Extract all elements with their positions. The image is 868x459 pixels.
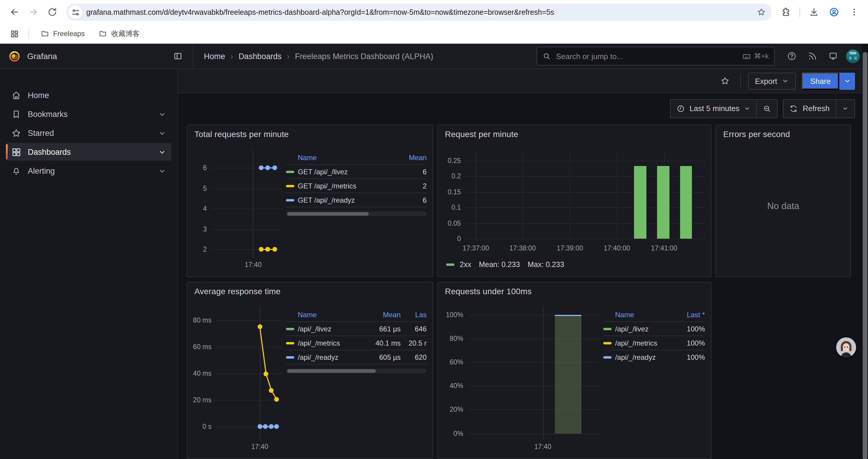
legend-header-last[interactable]: Last * — [678, 310, 705, 319]
legend-row[interactable]: GET /api/_/metrics 2 — [286, 179, 427, 193]
user-avatar[interactable] — [846, 49, 860, 63]
request-per-minute-chart: 0.250.20.150.10.05017:37:0017:38:0017:39… — [444, 141, 705, 255]
address-bar[interactable]: grafana.mathmast.com/d/deytv4rwavabkb/fr… — [66, 4, 772, 21]
legend-scrollbar[interactable] — [286, 369, 427, 373]
back-icon[interactable] — [6, 4, 23, 21]
assistant-avatar-widget[interactable] — [836, 337, 856, 357]
chevron-down-icon[interactable] — [158, 110, 166, 118]
download-icon[interactable] — [805, 4, 822, 21]
series-last: 620 — [404, 353, 427, 361]
share-button[interactable]: Share — [802, 72, 839, 90]
legend-scrollbar[interactable] — [286, 211, 427, 216]
legend-scrollbar-thumb[interactable] — [287, 369, 376, 373]
y-tick-label: 0 s — [203, 423, 212, 431]
series-name[interactable]: /api/_/metrics — [615, 339, 674, 347]
page-scrollbar[interactable] — [862, 44, 868, 459]
series-name[interactable]: GET /api/_/livez — [298, 167, 396, 176]
apps-grid-icon[interactable] — [7, 27, 21, 41]
legend-scrollbar-thumb[interactable] — [287, 212, 369, 216]
sidebar-item-home[interactable]: Home — [6, 86, 172, 104]
legend-row[interactable]: /api/_/livez 100% — [603, 322, 705, 336]
breadcrumb-dashboards[interactable]: Dashboards — [239, 52, 282, 61]
search-input-wrap[interactable]: ⌘+k — [536, 47, 775, 66]
series-mean: 40.1 ms — [366, 339, 401, 347]
y-tick-label: 3 — [203, 225, 207, 233]
profile-icon[interactable] — [826, 4, 842, 21]
sidebar-item-bookmarks[interactable]: Bookmarks — [6, 105, 172, 123]
zoom-out-button[interactable] — [756, 100, 777, 117]
series-name[interactable]: /api/_/livez — [298, 325, 363, 333]
monitor-icon[interactable] — [826, 48, 841, 64]
bookmark-star-icon[interactable] — [754, 5, 768, 19]
y-tick-label: 20 ms — [193, 396, 212, 404]
site-settings-icon[interactable] — [68, 5, 82, 19]
refresh-interval-caret[interactable] — [836, 100, 855, 117]
legend-row[interactable]: GET /api/_/readyz 6 — [286, 193, 427, 207]
url-text[interactable]: grafana.mathmast.com/d/deytv4rwavabkb/fr… — [86, 8, 754, 16]
panel-row-1: Total requests per minute 6543217:40 Nam… — [187, 125, 868, 277]
series-name[interactable]: GET /api/_/metrics — [298, 182, 396, 190]
sidebar-item-alerting[interactable]: Alerting — [6, 162, 172, 179]
search-input[interactable] — [555, 51, 738, 61]
sidebar-toggle-icon[interactable] — [170, 48, 186, 64]
refresh-icon — [790, 104, 798, 112]
export-button[interactable]: Export — [748, 72, 796, 90]
series-mean: 605 µs — [366, 353, 401, 361]
panel-title[interactable]: Total requests per minute — [194, 129, 427, 139]
series-color-pill — [603, 328, 612, 330]
series-name[interactable]: /api/_/metrics — [298, 339, 363, 347]
legend-row[interactable]: GET /api/_/livez 6 — [286, 165, 427, 179]
legend-header-mean[interactable]: Mean — [399, 153, 427, 162]
legend-header: Name Last * — [603, 308, 705, 322]
legend-header: Name Mean Las — [286, 308, 427, 322]
series-name[interactable]: /api/_/readyz — [615, 353, 674, 361]
page-scrollbar-thumb[interactable] — [863, 52, 867, 459]
series-name[interactable]: GET /api/_/readyz — [298, 196, 396, 204]
legend-header-name[interactable]: Name — [286, 310, 363, 319]
legend-header-name[interactable]: Name — [603, 310, 674, 319]
menu-kebab-icon[interactable] — [845, 4, 862, 21]
legend-inline[interactable]: 2xx Mean: 0.233 Max: 0.233 — [444, 258, 705, 271]
series-name[interactable]: /api/_/readyz — [298, 353, 363, 361]
legend-header-last[interactable]: Las — [404, 310, 427, 319]
extensions-icon[interactable] — [778, 4, 794, 21]
legend-header-mean[interactable]: Mean — [366, 310, 401, 319]
sidebar-item-starred[interactable]: Starred — [6, 124, 172, 142]
legend-row[interactable]: /api/_/metrics 40.1 ms 20.5 r — [286, 336, 427, 350]
legend-row[interactable]: /api/_/readyz 100% — [603, 350, 705, 364]
legend-row[interactable]: /api/_/readyz 605 µs 620 — [286, 350, 427, 364]
panel-total-requests: Total requests per minute 6543217:40 Nam… — [187, 125, 433, 277]
panel-title[interactable]: Errors per second — [723, 129, 844, 139]
total-requests-chart: 6543217:40 — [193, 141, 282, 271]
series-color-pill — [286, 356, 294, 358]
reload-icon[interactable] — [44, 4, 60, 21]
panel-title[interactable]: Request per minute — [445, 129, 705, 139]
panel-title[interactable]: Requests under 100ms — [445, 287, 705, 296]
chevron-down-icon[interactable] — [158, 167, 166, 174]
favorite-star-icon[interactable] — [716, 73, 733, 89]
time-range-picker[interactable]: Last 5 minutes — [671, 100, 756, 117]
chart-bar — [657, 166, 669, 239]
sidebar: Home Bookmarks Starred Dashboards — [0, 69, 178, 459]
y-tick-label: 0% — [454, 429, 463, 437]
legend-row[interactable]: /api/_/livez 661 µs 646 — [286, 322, 427, 336]
breadcrumb-home[interactable]: Home — [204, 52, 225, 61]
y-tick-label: 40% — [450, 382, 463, 390]
grafana-logo[interactable] — [8, 50, 21, 62]
legend-header-name[interactable]: Name — [286, 153, 396, 162]
chevron-down-icon[interactable] — [158, 129, 166, 137]
bookmark-folder-freeleaps[interactable]: Freeleaps — [36, 28, 90, 40]
bookmark-folder-blogs[interactable]: 收藏博客 — [94, 27, 145, 40]
news-rss-icon[interactable] — [805, 48, 820, 64]
series-color-pill — [603, 356, 612, 358]
series-name[interactable]: /api/_/livez — [615, 325, 674, 333]
legend-row[interactable]: /api/_/metrics 100% — [603, 336, 705, 350]
refresh-button[interactable]: Refresh — [784, 100, 836, 117]
x-tick-label: 17:37:00 — [463, 244, 489, 252]
series-name[interactable]: 2xx — [460, 261, 471, 269]
sidebar-item-dashboards[interactable]: Dashboards — [6, 143, 172, 161]
help-icon[interactable] — [784, 48, 800, 64]
share-menu-caret[interactable] — [839, 72, 855, 90]
chevron-down-icon[interactable] — [158, 148, 166, 156]
panel-title[interactable]: Average response time — [194, 287, 427, 296]
